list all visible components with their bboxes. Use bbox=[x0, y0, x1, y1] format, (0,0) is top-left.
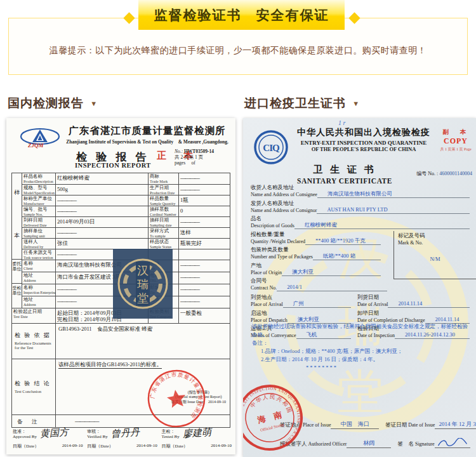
field-consignor: 发货人名称及地址 Name and Address of ConsignorAU… bbox=[251, 200, 476, 214]
field-quantity: 报检数量/重量 Quantity /Weight Declared**400 箱… bbox=[251, 231, 387, 245]
table-row: 抽样单位Sampling unit ———— 采样方式To sample 送样 bbox=[22, 227, 230, 238]
table-row-reference: 检 验 依 据Reference Documents for the Test … bbox=[12, 323, 230, 359]
section-header-import-certificate[interactable]: 进口检疫卫生证书 ▼ bbox=[244, 95, 360, 112]
certificate-title: 卫 生 证 书 SANITARY CERTIFICATE bbox=[288, 164, 402, 185]
organization-header: 中华人民共和国出入境检验检疫 ENTRY-EXIT INSPECTION AND… bbox=[291, 127, 436, 152]
signatures-footer: 批准：Approved By 黄国方 日期（Date）2014-09-10 审核… bbox=[13, 427, 232, 449]
svg-text:CIQ: CIQ bbox=[263, 143, 280, 153]
svg-text:堂: 堂 bbox=[338, 366, 383, 417]
quantity-mark-split: 报检数量/重量 Quantity /Weight Declared**400 箱… bbox=[251, 231, 476, 292]
field-packages: 包装种类及数量 Number and Type of Packages纸箱/**… bbox=[251, 246, 387, 260]
field-goods: 品名 Description of Goods红柳桉树蜂蜜 bbox=[251, 215, 476, 229]
institute-name: 广东省湛江市质量计量监督检测所 Zhanjiang Institute of S… bbox=[63, 124, 231, 145]
svg-text:堂: 堂 bbox=[137, 292, 149, 305]
svg-text:瑞: 瑞 bbox=[137, 278, 149, 291]
field-pair-arrival: 到货地点 Place of Arrival广州 到货日期 Date of Arr… bbox=[251, 294, 476, 308]
table-row: 样品名称ProductDescription 红柳桉树蜂蜜 商标Trade Ma… bbox=[22, 173, 230, 184]
certificate-statement: 该批货物经过现场查验和实验室检验，结果符合我国相关食品安全标准之规定，标签经检验… bbox=[252, 322, 468, 372]
section-title: 进口检疫卫生证书 bbox=[244, 96, 346, 110]
banner: 监督检验证书 安全有保证 bbox=[138, 0, 345, 30]
field-pair-despatch: 启运地 Place of Despatch澳大利亚 卸毕日期 Date of C… bbox=[251, 310, 476, 324]
table-row: 标称生产单位Manufacturer ———— 样品数量Sample Quant… bbox=[22, 195, 230, 206]
certificate-promo-page: 温馨提示：以下为此次蜂蜜的进口手续证明，少一项都不能确保是原装进口。购买时请查明… bbox=[0, 0, 476, 457]
triangle-down-icon: ▼ bbox=[90, 100, 98, 107]
hanruitang-watermark: 汉 瑞 堂 bbox=[113, 249, 173, 319]
section-title: 国内检测报告 bbox=[8, 96, 84, 110]
signature-handwriting: 黄国方 bbox=[39, 426, 69, 440]
svg-text:汉: 汉 bbox=[137, 264, 149, 277]
client-group-label: 委托单位 bbox=[12, 260, 22, 284]
table-row: 到样日期Delivered Date 2014年09月03日 抽样日期Sampl… bbox=[22, 216, 230, 227]
report-title-en: INSPECTION REPORT bbox=[75, 162, 151, 169]
signer-tested: 主检：Tested By 廖建萌 日期（Date）2014-09-10 bbox=[162, 427, 232, 449]
field-contract: 合同号 Contract No.2014/1 bbox=[251, 277, 387, 291]
copy-mark: 副 本 COPY 共 1 页第 1 页 Page bbox=[437, 128, 475, 152]
test-report-stamp-icon: 广东省湛江市质量计量监督检测所 bbox=[141, 363, 213, 435]
certificate-number: 编号 No. : 4600001140004 bbox=[416, 170, 472, 177]
banner-title: 监督检验证书 安全有保证 bbox=[154, 6, 329, 24]
signer-approved: 批准：Approved By 黄国方 日期（Date）2014-09-10 bbox=[13, 427, 83, 449]
signature-handwriting: 曾丹丹 bbox=[110, 426, 140, 440]
ciq-logo-icon: CIQ bbox=[253, 129, 289, 165]
notice-text: 温馨提示：以下为此次蜂蜜的进口手续证明，少一项都不能确保是原装进口。购买时请查明… bbox=[9, 45, 467, 56]
inspection-report-document: ZJQM 广东省湛江市质量计量监督检测所 Zhanjiang Institute… bbox=[6, 118, 235, 454]
sanitary-certificate-document: 汉 瑞 堂 1 r CIQ 中华人民共和国出入境检验检疫 ENTRY-EXIT … bbox=[243, 118, 476, 457]
signer-verified: 审核：Verified By 曾丹丹 日期（Date）2014-09-10 bbox=[87, 427, 157, 449]
field-consignee: 收货人名称及地址 Name and Address of Consignee海南… bbox=[251, 184, 476, 198]
signature-handwriting: 廖建萌 bbox=[182, 426, 211, 440]
mark-and-no-box: 标记及号码 Mark & No. N/M bbox=[393, 231, 476, 279]
certificate-fields: 收货人名称及地址 Name and Address of Consignee海南… bbox=[251, 184, 476, 341]
inspected-group-label: 受检单位 bbox=[12, 284, 22, 308]
triangle-down-icon: ▼ bbox=[352, 100, 360, 107]
table-row: 规格、型号Model/Specification 500g 生产日期Produc… bbox=[22, 184, 230, 195]
pen-mark: 1 r bbox=[338, 119, 345, 126]
report-number: No.: HWT03509-14 共 2 页第 1 页 pages of bbox=[175, 149, 233, 166]
field-origin: 产地 Place of Origin澳大利亚 bbox=[251, 262, 387, 276]
section-header-domestic-report[interactable]: 国内检测报告 ▼ bbox=[8, 95, 98, 112]
signature-scribble-icon bbox=[435, 438, 470, 448]
table-row: 编号、批号Sample Nos. ———— 抽样基数Cardinal Numbe… bbox=[22, 206, 230, 216]
svg-text:ZJQM: ZJQM bbox=[27, 142, 44, 149]
zjqm-logo-icon: ZJQM bbox=[19, 126, 61, 151]
table-row: 送样人Delivered by 张佳 样品状态Sample Status 瓶装完… bbox=[22, 238, 230, 249]
table-side-labels: 样 本 委托单位 受检单位 bbox=[12, 173, 22, 308]
